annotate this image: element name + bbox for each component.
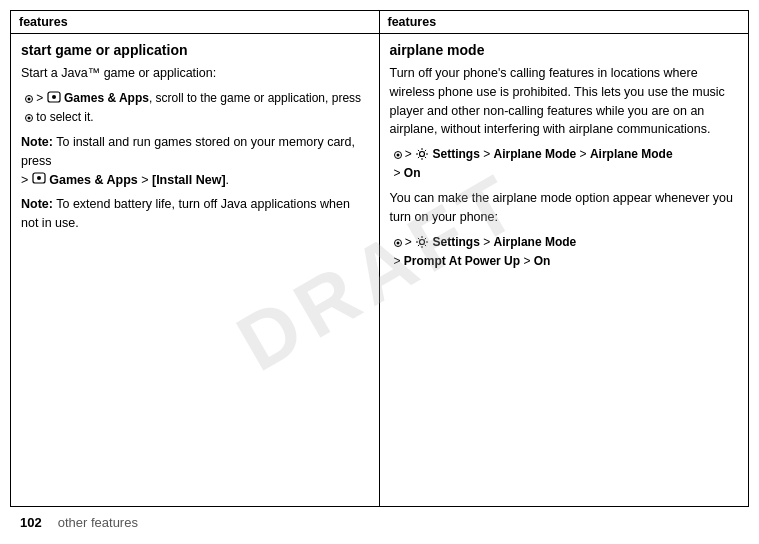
instruction1-nav: Games & Apps, scroll to the game or appl… (64, 91, 361, 105)
content-area: features start game or application Start… (10, 10, 749, 507)
intro-text: Start a Java™ game or application: (21, 64, 369, 83)
left-column-body: start game or application Start a Java™ … (11, 34, 379, 506)
page-number: 102 (20, 515, 42, 530)
svg-point-3 (37, 176, 41, 180)
airplane-prompt-text: You can make the airplane mode option ap… (390, 189, 739, 227)
airplane-mode-body: Turn off your phone's calling features i… (390, 64, 739, 139)
svg-point-4 (420, 151, 425, 156)
note1-nav: > (21, 173, 32, 187)
intro-java-text: Start a Java™ game or application: (21, 66, 216, 80)
right-column-body: airplane mode Turn off your phone's call… (380, 34, 749, 506)
note1-label: Note: (21, 135, 53, 149)
svg-point-5 (420, 239, 425, 244)
instruction1-text: > (36, 91, 46, 105)
note1-body: To install and run games stored on your … (21, 135, 355, 168)
right-column: features airplane mode Turn off your pho… (380, 11, 749, 506)
footer-label: other features (58, 515, 138, 530)
footer: 102 other features (10, 507, 749, 538)
note1-nav-text: Games & Apps > [Install New]. (49, 173, 229, 187)
note2: Note: To extend battery life, turn off J… (21, 195, 369, 233)
left-section-title: start game or application (21, 42, 369, 58)
nav-bullet-2 (25, 114, 33, 122)
left-column-header: features (11, 11, 379, 34)
left-column: features start game or application Start… (11, 11, 380, 506)
right-column-header: features (380, 11, 749, 34)
nav1-arrow: > (405, 147, 415, 161)
settings-icon1 (415, 147, 432, 161)
right-section-title: airplane mode (390, 42, 739, 58)
nav2-instruction: > Settings > Airplane Mode> Prompt At Po… (390, 233, 739, 271)
games-icon2 (32, 173, 49, 187)
note2-body: To extend battery life, turn off Java ap… (21, 197, 350, 230)
instruction1-end: to select it. (36, 110, 93, 124)
nav1-path: Settings > Airplane Mode > Airplane Mode… (394, 147, 673, 180)
nav1-instruction: > Settings > Airplane Mode > Airplane Mo… (390, 145, 739, 183)
nav-bullet-r1 (394, 151, 402, 159)
svg-point-1 (52, 95, 56, 99)
nav2-arrow: > (405, 235, 415, 249)
page-container: DRAFT features start game or application… (0, 0, 759, 544)
note2-label: Note: (21, 197, 53, 211)
nav-bullet-r2 (394, 239, 402, 247)
games-icon (47, 91, 64, 105)
nav-bullet-1 (25, 95, 33, 103)
instruction1: > Games & Apps, scroll to the game or ap… (21, 89, 369, 127)
settings-icon2 (415, 235, 432, 249)
note1: Note: To install and run games stored on… (21, 133, 369, 189)
